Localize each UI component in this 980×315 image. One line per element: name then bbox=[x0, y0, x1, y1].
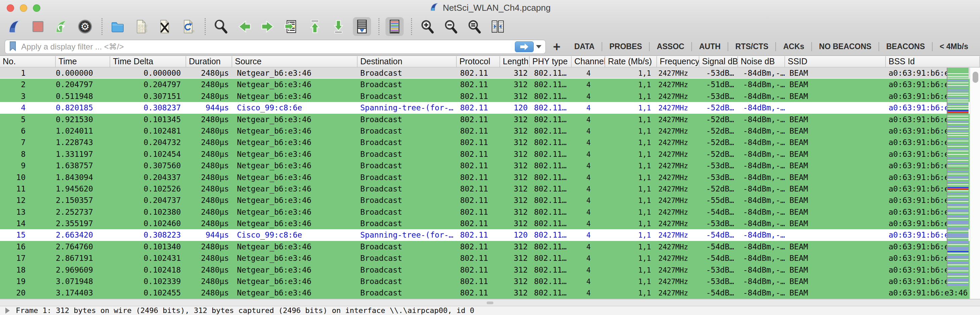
restart-capture-button[interactable] bbox=[52, 17, 71, 36]
save-file-button[interactable]: 010100110101110 bbox=[132, 17, 150, 36]
cell-ssid: BEAM bbox=[785, 91, 886, 102]
column-header-rate[interactable]: Rate (Mb/s) bbox=[605, 56, 657, 67]
cell-protocol: 802.11 bbox=[457, 276, 500, 287]
find-packet-button[interactable] bbox=[212, 17, 230, 36]
titlebar[interactable]: NetSci_WLAN_Ch4.pcapng bbox=[0, 0, 980, 16]
cell-phy: 802.11… bbox=[530, 195, 572, 206]
minimap-stripe bbox=[947, 284, 969, 286]
column-header-noise[interactable]: Noise dB bbox=[738, 56, 785, 67]
splitter-handle-icon[interactable] bbox=[487, 302, 493, 304]
cell-frequency: 2427MHz bbox=[657, 102, 699, 114]
cell-destination: Broadcast bbox=[358, 183, 457, 195]
go-forward-button[interactable] bbox=[259, 17, 277, 36]
expand-arrow-icon[interactable] bbox=[5, 308, 10, 313]
packet-row-11[interactable]: 111.9456200.1025262480µsNetgear_b6:e3:46… bbox=[0, 183, 980, 195]
packet-row-10[interactable]: 101.8430940.2043372480µsNetgear_b6:e3:46… bbox=[0, 172, 980, 183]
cell-length: 120 bbox=[500, 229, 530, 241]
cell-frequency: 2427MHz bbox=[657, 160, 699, 171]
column-header-length[interactable]: Length bbox=[500, 56, 530, 67]
packet-row-2[interactable]: 20.2047970.2047972480µsNetgear_b6:e3:46B… bbox=[0, 79, 980, 90]
zoom-in-button[interactable] bbox=[418, 17, 436, 36]
cell-time: 0.511948 bbox=[56, 91, 110, 102]
open-file-button[interactable] bbox=[108, 17, 127, 36]
packet-row-7[interactable]: 71.2287430.2047322480µsNetgear_b6:e3:46B… bbox=[0, 137, 980, 148]
column-header-bss[interactable]: BSS Id bbox=[886, 56, 980, 67]
packet-row-14[interactable]: 142.3551970.1024602480µsNetgear_b6:e3:46… bbox=[0, 218, 980, 229]
column-header-no[interactable]: No. bbox=[0, 56, 56, 67]
stop-capture-button[interactable] bbox=[29, 17, 47, 36]
packet-row-17[interactable]: 172.8671910.1024312480µsNetgear_b6:e3:46… bbox=[0, 253, 980, 264]
packet-row-4[interactable]: 40.8201850.308237944µsCisco_99:c8:6eSpan… bbox=[0, 102, 980, 114]
zoom-out-button[interactable] bbox=[442, 17, 460, 36]
packet-row-9[interactable]: 91.6387570.3075602480µsNetgear_b6:e3:46B… bbox=[0, 160, 980, 171]
zoom-original-button[interactable] bbox=[465, 17, 483, 36]
display-filter-input[interactable] bbox=[21, 42, 515, 52]
close-file-button[interactable] bbox=[156, 17, 174, 36]
filter-shortcut-acks[interactable]: ACKs bbox=[776, 42, 811, 51]
filter-history-dropdown-button[interactable] bbox=[534, 42, 544, 52]
packet-row-15[interactable]: 152.6634200.308223944µsCisco_99:c8:6eSpa… bbox=[0, 229, 980, 241]
vertical-scrollbar[interactable] bbox=[970, 68, 980, 299]
zoom-window-button[interactable] bbox=[33, 4, 40, 12]
go-back-button[interactable] bbox=[235, 17, 253, 36]
packet-row-19[interactable]: 193.0719480.1023392480µsNetgear_b6:e3:46… bbox=[0, 276, 980, 287]
go-last-packet-button[interactable] bbox=[329, 17, 347, 36]
column-header-frequency[interactable]: Frequency bbox=[657, 56, 699, 67]
colorize-packets-button[interactable] bbox=[385, 17, 404, 36]
packet-row-1[interactable]: 10.0000000.0000002480µsNetgear_b6:e3:46B… bbox=[0, 67, 980, 79]
cell-length: 312 bbox=[500, 160, 530, 171]
column-header-channel[interactable]: Channel bbox=[572, 56, 605, 67]
packet-row-8[interactable]: 81.3311970.1024542480µsNetgear_b6:e3:46B… bbox=[0, 149, 980, 160]
close-window-button[interactable] bbox=[7, 4, 14, 12]
packet-row-3[interactable]: 30.5119480.3071512480µsNetgear_b6:e3:46B… bbox=[0, 91, 980, 102]
column-header-destination[interactable]: Destination bbox=[358, 56, 457, 67]
packet-row-13[interactable]: 132.2527370.1023802480µsNetgear_b6:e3:46… bbox=[0, 206, 980, 218]
column-header-time[interactable]: Time bbox=[56, 56, 110, 67]
start-capture-button[interactable] bbox=[5, 17, 24, 36]
cell-ssid: BEAM bbox=[785, 160, 886, 171]
packet-row-16[interactable]: 162.7647600.1013402480µsNetgear_b6:e3:46… bbox=[0, 241, 980, 253]
reload-file-button[interactable]: 01110 bbox=[179, 17, 197, 36]
packet-minimap[interactable] bbox=[947, 68, 969, 286]
minimap-stripe bbox=[947, 82, 969, 83]
column-header-signal[interactable]: Signal dB bbox=[699, 56, 738, 67]
filter-shortcut-no-beacons[interactable]: NO BEACONS bbox=[812, 42, 878, 51]
apply-filter-button[interactable] bbox=[515, 42, 534, 52]
packet-row-6[interactable]: 61.0240110.1024812480µsNetgear_b6:e3:46B… bbox=[0, 125, 980, 137]
capture-options-button[interactable]: ⚙ bbox=[76, 17, 94, 36]
packet-row-18[interactable]: 182.9696090.1024182480µsNetgear_b6:e3:46… bbox=[0, 264, 980, 276]
filter-shortcut-data[interactable]: DATA bbox=[567, 42, 601, 51]
packet-row-12[interactable]: 122.1503570.2047372480µsNetgear_b6:e3:46… bbox=[0, 195, 980, 206]
column-header-source[interactable]: Source bbox=[232, 56, 358, 67]
pane-splitter[interactable] bbox=[0, 299, 980, 306]
filter-shortcut-rts-cts[interactable]: RTS/CTS bbox=[728, 42, 775, 51]
auto-scroll-button[interactable] bbox=[353, 17, 371, 36]
scrollbar-thumb[interactable] bbox=[973, 72, 978, 83]
cell-channel: 4 bbox=[572, 137, 605, 148]
minimap-stripe bbox=[947, 238, 969, 239]
filter-shortcut-auth[interactable]: AUTH bbox=[692, 42, 728, 51]
bookmark-icon[interactable] bbox=[9, 41, 16, 53]
add-filter-button[interactable]: + bbox=[550, 40, 563, 53]
detail-line[interactable]: Frame 1: 312 bytes on wire (2496 bits), … bbox=[5, 307, 980, 314]
filter-shortcut--4mb-s[interactable]: < 4Mb/s bbox=[932, 42, 975, 51]
filter-shortcut-probes[interactable]: PROBES bbox=[602, 42, 649, 51]
display-filter-field[interactable] bbox=[5, 40, 546, 54]
column-header-duration[interactable]: Duration bbox=[186, 56, 232, 67]
filter-shortcut-beacons[interactable]: BEACONS bbox=[879, 42, 932, 51]
cell-no: 13 bbox=[0, 206, 56, 218]
filter-shortcut-assoc[interactable]: ASSOC bbox=[650, 42, 691, 51]
column-header-phy[interactable]: PHY type bbox=[530, 56, 572, 67]
minimap-stripe bbox=[947, 279, 969, 281]
column-header-ssid[interactable]: SSID bbox=[785, 56, 886, 67]
go-first-packet-button[interactable] bbox=[306, 17, 324, 36]
cell-channel: 4 bbox=[572, 183, 605, 195]
minimize-window-button[interactable] bbox=[20, 4, 27, 12]
packet-row-20[interactable]: 203.1744030.1024552480µsNetgear_b6:e3:46… bbox=[0, 287, 980, 299]
cell-noise: -84dBm,-… bbox=[738, 229, 785, 241]
column-header-delta[interactable]: Time Delta bbox=[110, 56, 186, 67]
column-header-protocol[interactable]: Protocol bbox=[457, 56, 500, 67]
resize-columns-button[interactable] bbox=[488, 17, 507, 36]
go-to-packet-button[interactable] bbox=[282, 17, 301, 36]
packet-row-5[interactable]: 50.9215300.1013452480µsNetgear_b6:e3:46B… bbox=[0, 114, 980, 125]
